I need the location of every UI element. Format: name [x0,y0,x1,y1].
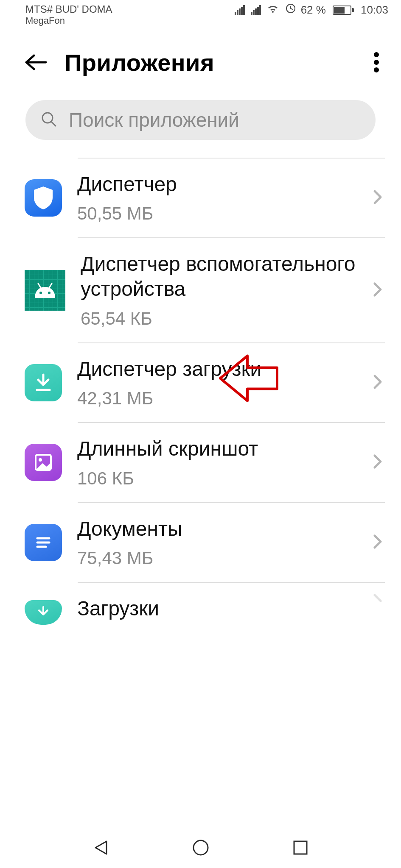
battery-percent: 62 % [301,3,326,17]
app-size: 50,55 МБ [77,203,358,224]
search-input[interactable]: Поиск приложений [25,100,376,140]
app-row-dispetcher[interactable]: Диспетчер 50,55 МБ [25,159,385,238]
page-title: Приложения [64,49,349,76]
status-right: 62 % 10:03 [235,3,388,17]
chevron-right-icon [373,454,385,471]
svg-point-1 [374,52,379,57]
app-row-download-manager[interactable]: Диспетчер загрузки 42,31 МБ [25,343,385,423]
chevron-right-icon [373,282,385,299]
triangle-back-icon [92,839,110,857]
app-row-body: Диспетчер загрузки 42,31 МБ [77,343,358,423]
signal-icon-2 [251,5,261,15]
app-row-companion-device[interactable]: Диспетчер вспомогательного устройства 65… [25,238,385,342]
battery-icon [333,6,354,15]
svg-rect-17 [294,841,307,854]
data-saver-icon [286,3,296,17]
app-row-body: Документы 75,43 МБ [77,503,358,582]
app-icon-download [25,364,62,401]
circle-home-icon [192,839,210,857]
square-recent-icon [292,840,308,856]
nav-home-button[interactable] [188,835,213,860]
status-bar: MTS# BUD' DOMA MegaFon 62 % 10:03 [0,0,401,26]
svg-line-7 [49,284,52,288]
more-vert-icon [373,52,379,73]
app-name: Документы [77,517,358,542]
app-name: Диспетчер вспомогательного устройства [81,252,358,301]
chevron-right-icon [373,593,385,610]
back-arrow-icon [25,54,47,71]
svg-point-9 [48,292,50,294]
app-row-documents[interactable]: Документы 75,43 МБ [25,503,385,582]
android-icon [31,283,59,298]
app-row-body: Загрузки [77,583,358,621]
svg-point-12 [39,458,42,462]
search-placeholder: Поиск приложений [69,108,239,131]
back-button[interactable] [24,50,48,74]
app-row-body: Диспетчер 50,55 МБ [77,159,358,238]
document-lines-icon [34,533,53,552]
svg-point-2 [374,60,379,65]
app-row-body: Длинный скриншот 106 КБ [77,423,358,502]
status-time: 10:03 [361,3,388,17]
shield-icon [32,186,54,210]
carrier-primary: MTS# BUD' DOMA [25,3,112,15]
app-size: 65,54 КБ [81,309,358,329]
app-list[interactable]: Диспетчер 50,55 МБ Диспетчер вспомогател… [0,158,401,621]
app-name: Загрузки [77,596,358,621]
app-row-body: Диспетчер вспомогательного устройства 65… [81,238,358,342]
app-size: 75,43 МБ [77,548,358,568]
wifi-icon [267,3,279,17]
svg-point-3 [374,67,379,72]
svg-point-8 [39,292,42,294]
nav-back-button[interactable] [88,835,114,860]
app-name: Длинный скриншот [77,437,358,462]
app-icon-screenshot [25,444,62,481]
app-icon-docs [25,524,62,561]
svg-line-6 [38,284,41,288]
carrier-secondary: MegaFon [25,15,112,26]
app-icon-downloads [25,600,62,625]
svg-point-16 [193,840,208,855]
app-size: 106 КБ [77,468,358,489]
chevron-right-icon [373,374,385,391]
search-container: Поиск приложений [0,87,401,158]
download-icon [33,372,54,393]
signal-icon-1 [235,5,245,15]
app-size: 42,31 МБ [77,388,358,409]
app-name: Диспетчер загрузки [77,357,358,382]
image-icon [33,452,53,473]
chevron-right-icon [373,534,385,551]
chevron-right-icon [373,189,385,206]
system-nav-bar [0,829,401,868]
search-icon [41,111,57,129]
app-name: Диспетчер [77,172,358,197]
app-row-long-screenshot[interactable]: Длинный скриншот 106 КБ [25,423,385,502]
overflow-menu-button[interactable] [366,52,387,72]
app-icon-android [25,270,65,311]
status-carriers: MTS# BUD' DOMA MegaFon [25,3,112,26]
download-icon [34,606,53,619]
app-header: Приложения [0,26,401,87]
app-icon-shield [25,179,62,217]
app-row-downloads[interactable]: Загрузки [25,583,385,621]
svg-line-5 [51,122,56,126]
nav-recent-button[interactable] [288,835,313,860]
